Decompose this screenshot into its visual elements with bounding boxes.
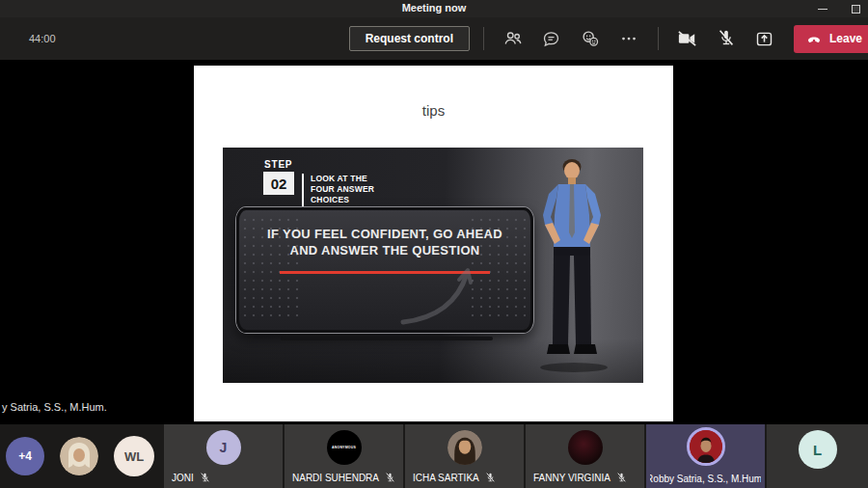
slide-title: tips xyxy=(194,102,673,119)
leave-label: Leave xyxy=(829,32,862,45)
participant-name: FANNY VIRGINIA xyxy=(533,473,610,483)
mic-off-icon xyxy=(384,472,396,484)
mic-off-icon xyxy=(199,472,211,484)
reactions-icon xyxy=(580,28,601,49)
participant-tile-joni[interactable]: J JONI xyxy=(164,424,283,488)
more-options-button[interactable] xyxy=(613,24,644,53)
people-icon xyxy=(502,28,524,49)
minimize-button[interactable] xyxy=(816,2,829,15)
mic-toggle-button[interactable] xyxy=(711,24,742,53)
avatar-anonymous: ANONYMOUS xyxy=(327,430,362,465)
meeting-actions-group xyxy=(498,24,644,53)
window-controls xyxy=(816,0,862,17)
share-button[interactable] xyxy=(749,24,780,53)
meeting-timer: 44:00 xyxy=(29,33,56,44)
participants-button[interactable] xyxy=(498,24,529,53)
participant-name: ICHA SARTIKA xyxy=(413,473,479,483)
participant-name: Robby Satria, S.S., M.Hum. xyxy=(650,474,761,484)
overflow-avatars: +4 WL xyxy=(6,424,154,488)
hang-up-icon xyxy=(805,30,823,47)
presenter-man-figure xyxy=(535,155,610,375)
screen-message: IF YOU FEEL CONFIDENT, GO AHEAD AND ANSW… xyxy=(239,227,530,259)
step-caption: LOOK AT THE FOUR ANSWER CHOICES xyxy=(311,174,374,207)
participant-avatar-photo[interactable] xyxy=(60,437,98,475)
chat-button[interactable] xyxy=(536,24,567,53)
presenter-name-overlay: y Satria, S.S., M.Hum. xyxy=(2,401,107,413)
camera-off-icon xyxy=(676,28,698,50)
mic-off-icon xyxy=(484,472,497,484)
minimize-icon xyxy=(818,9,827,10)
toolbar-divider xyxy=(658,27,659,50)
step-divider xyxy=(302,174,304,207)
participant-tiles: J JONI ANONYMOUS NARDI SUHENDRA ICHA SAR… xyxy=(164,424,868,488)
chat-icon xyxy=(541,29,561,49)
tv-screen: IF YOU FEEL CONFIDENT, GO AHEAD AND ANSW… xyxy=(236,207,533,333)
mic-off-icon xyxy=(615,472,628,484)
shared-slide: tips STEP 02 LOOK AT THE FOUR ANSWER CHO… xyxy=(194,66,673,421)
window-title: Meeting now xyxy=(0,2,868,14)
participants-bar: +4 WL J JONI ANONYMOUS NARDI SUHENDRA xyxy=(0,424,868,488)
presentation-stage: tips STEP 02 LOOK AT THE FOUR ANSWER CHO… xyxy=(0,60,868,424)
request-control-button[interactable]: Request control xyxy=(349,26,470,51)
participant-avatar-wl[interactable]: WL xyxy=(114,436,154,476)
mic-off-icon xyxy=(716,28,737,49)
screen-stand xyxy=(281,337,493,340)
participant-tile-fanny[interactable]: FANNY VIRGINIA xyxy=(526,424,644,488)
device-controls-group xyxy=(672,24,780,53)
meeting-toolbar: 44:00 Request control xyxy=(0,17,868,60)
avatar-photo xyxy=(690,430,722,463)
step-block: STEP 02 LOOK AT THE FOUR ANSWER CHOICES xyxy=(263,159,374,207)
more-icon xyxy=(618,28,639,49)
participant-name: NARDI SUHENDRA xyxy=(292,473,379,483)
speaking-indicator-ring xyxy=(687,427,725,466)
participant-tile-robby[interactable]: Robby Satria, S.S., M.Hum. xyxy=(646,424,765,488)
avatar-initial: L xyxy=(799,430,837,469)
restore-icon xyxy=(852,5,860,14)
avatar-initial: J xyxy=(206,430,241,465)
participant-tile-icha[interactable]: ICHA SARTIKA xyxy=(405,424,524,488)
participant-name: JONI xyxy=(172,473,194,483)
step-number-badge: 02 xyxy=(263,172,294,195)
step-label: STEP xyxy=(264,159,294,170)
teams-meeting-window: Meeting now 44:00 Request control xyxy=(0,0,868,488)
slide-image: STEP 02 LOOK AT THE FOUR ANSWER CHOICES … xyxy=(223,148,643,383)
participant-tile-l[interactable]: L xyxy=(767,424,868,488)
toolbar-divider xyxy=(483,27,484,50)
overflow-count-avatar[interactable]: +4 xyxy=(6,437,44,475)
reactions-button[interactable] xyxy=(575,24,606,53)
camera-toggle-button[interactable] xyxy=(672,24,703,53)
restore-button[interactable] xyxy=(849,2,862,15)
share-tray-icon xyxy=(754,29,774,49)
title-bar: Meeting now xyxy=(0,0,868,17)
leave-button[interactable]: Leave xyxy=(794,25,868,53)
avatar-dark-camera xyxy=(568,430,603,465)
swoosh-graphic xyxy=(397,266,490,328)
participant-tile-nardi[interactable]: ANONYMOUS NARDI SUHENDRA xyxy=(285,424,403,488)
avatar-photo xyxy=(448,430,482,465)
